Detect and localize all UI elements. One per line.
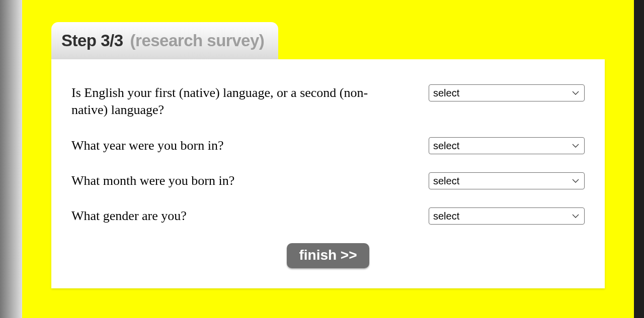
select-wrap: select [429,172,585,189]
question-row: What year were you born in? select [71,137,585,154]
finish-button[interactable]: finish >> [287,243,369,268]
survey-panel: Is English your first (native) language,… [51,59,605,288]
select-wrap: select [429,207,585,225]
step-subtitle: (research survey) [130,31,265,50]
step-label: Step 3/3 [61,31,123,50]
finish-row: finish >> [71,243,585,268]
question-birth-month: What month were you born in? [71,172,404,189]
right-dark-strip [634,0,644,318]
question-english-native: Is English your first (native) language,… [71,84,404,119]
select-wrap: select [429,137,585,154]
gender-select[interactable]: select [429,207,585,225]
question-row: What gender are you? select [71,207,585,225]
birth-year-select[interactable]: select [429,137,585,154]
left-gradient [0,0,22,318]
question-gender: What gender are you? [71,207,404,225]
question-birth-year: What year were you born in? [71,137,404,154]
birth-month-select[interactable]: select [429,172,585,189]
main-area: Step 3/3 (research survey) Is English yo… [22,0,634,318]
english-native-select[interactable]: select [429,84,585,101]
select-wrap: select [429,84,585,101]
question-row: Is English your first (native) language,… [71,84,585,119]
step-tab: Step 3/3 (research survey) [51,22,278,59]
question-row: What month were you born in? select [71,172,585,189]
